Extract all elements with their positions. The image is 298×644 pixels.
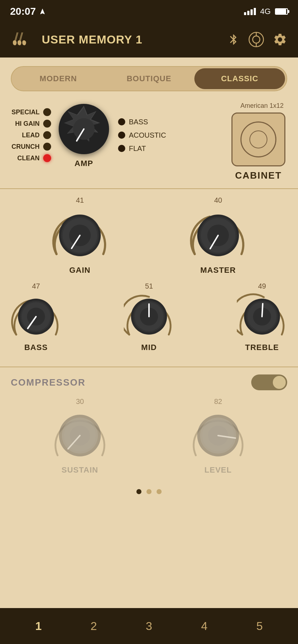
mid-knob[interactable] — [124, 293, 174, 340]
page-dot-1[interactable] — [136, 489, 141, 494]
sustain-knob-wrapper: 30 SUSTAIN — [51, 397, 109, 475]
master-knob-arc — [188, 207, 249, 263]
treble-knob-wrapper: 49 TREBLE — [237, 282, 287, 352]
gain-knob-arc — [49, 207, 110, 263]
channel-higain-dot — [43, 120, 51, 128]
mid-label: MID — [141, 343, 157, 352]
bass-value: 47 — [32, 282, 40, 290]
channel-lead[interactable]: LEAD — [11, 131, 51, 139]
tab-boutique[interactable]: BOUTIQUE — [104, 68, 194, 89]
status-right: 4G — [244, 7, 288, 16]
channel-crunch[interactable]: CRUNCH — [11, 143, 51, 151]
status-bar: 20:07 4G — [0, 0, 298, 22]
channel-crunch-label: CRUNCH — [11, 143, 40, 151]
main-content: MODERN BOUTIQUE CLASSIC SPECIAL HI GAIN … — [0, 66, 298, 537]
bass-label: BASS — [24, 343, 48, 352]
cabinet-section: American 1x12 CABINET — [230, 102, 287, 181]
tone-selectors: BASS ACOUSTIC FLAT — [118, 118, 166, 153]
amp-section: SPECIAL HI GAIN LEAD CRUNCH CLEAN — [11, 102, 222, 168]
tone-bass-label: BASS — [129, 118, 148, 126]
profile-icon[interactable] — [248, 32, 264, 47]
channel-special[interactable]: SPECIAL — [11, 108, 51, 116]
cabinet-subtitle: American 1x12 — [240, 102, 284, 110]
sustain-knob[interactable] — [51, 409, 109, 463]
master-knob[interactable] — [188, 207, 249, 261]
header-title: USER MEMORY 1 — [42, 33, 143, 46]
tone-acoustic-dot — [118, 132, 125, 139]
master-knob-wrapper: 40 MASTER — [188, 196, 249, 275]
channel-lead-label: LEAD — [11, 132, 40, 139]
cabinet-box[interactable] — [231, 112, 285, 166]
compressor-header: COMPRESSOR — [11, 374, 287, 390]
level-knob[interactable] — [189, 409, 247, 463]
compressor-section: COMPRESSOR 30 SUSTAIN 82 — [0, 367, 298, 482]
settings-icon[interactable] — [273, 32, 287, 47]
cabinet-label: CABINET — [235, 170, 282, 181]
nav-4[interactable]: 4 — [194, 620, 215, 633]
cabinet-inner — [249, 130, 267, 148]
treble-value: 49 — [258, 282, 266, 290]
nav-1[interactable]: 1 — [28, 620, 49, 633]
channel-clean-dot — [43, 154, 51, 162]
master-value: 40 — [214, 196, 222, 204]
sustain-value: 30 — [76, 397, 84, 406]
page-indicators — [0, 482, 298, 498]
bass-knob[interactable] — [11, 293, 61, 340]
compressor-knobs: 30 SUSTAIN 82 — [11, 397, 287, 475]
tone-acoustic-label: ACOUSTIC — [129, 131, 166, 139]
time-display: 20:07 — [10, 6, 36, 17]
guitar-icon — [11, 27, 36, 52]
tab-modern[interactable]: MODERN — [13, 68, 104, 89]
level-label: LEVEL — [204, 465, 232, 475]
amp-channels: SPECIAL HI GAIN LEAD CRUNCH CLEAN — [11, 108, 51, 162]
level-value: 82 — [214, 397, 222, 406]
knobs-row-1: 41 — [11, 196, 287, 275]
signal-icon — [244, 8, 256, 15]
amp-knob[interactable] — [57, 102, 111, 156]
battery-icon — [275, 8, 288, 15]
channel-special-dot — [43, 108, 51, 116]
compressor-title: COMPRESSOR — [11, 377, 86, 388]
bass-knob-wrapper: 47 BASS — [11, 282, 61, 352]
gain-knob-wrapper: 41 — [49, 196, 110, 275]
compressor-toggle[interactable] — [251, 374, 287, 390]
network-label: 4G — [260, 7, 271, 16]
tone-flat-label: FLAT — [129, 144, 146, 153]
nav-3[interactable]: 3 — [138, 620, 160, 633]
master-label: MASTER — [200, 266, 236, 275]
gain-value: 41 — [76, 196, 84, 204]
svg-line-37 — [262, 304, 263, 317]
channel-higain[interactable]: HI GAIN — [11, 120, 51, 128]
channel-lead-dot — [43, 131, 51, 139]
knobs-row-2: 47 BASS 51 — [11, 282, 287, 352]
tone-acoustic[interactable]: ACOUSTIC — [118, 131, 166, 139]
mid-value: 51 — [145, 282, 153, 290]
channel-crunch-dot — [43, 143, 51, 151]
gain-knob[interactable] — [49, 207, 110, 261]
bottom-nav: 1 2 3 4 5 — [0, 608, 298, 644]
page-dot-2[interactable] — [146, 489, 152, 494]
cabinet-speaker — [240, 121, 276, 157]
channel-clean[interactable]: CLEAN — [11, 154, 51, 162]
status-time: 20:07 — [10, 6, 46, 17]
nav-2[interactable]: 2 — [83, 620, 104, 633]
mid-knob-wrapper: 51 MID — [124, 282, 174, 352]
tone-bass[interactable]: BASS — [118, 118, 166, 126]
channel-higain-label: HI GAIN — [11, 120, 40, 128]
channel-clean-label: CLEAN — [11, 155, 40, 162]
location-icon — [39, 8, 46, 15]
treble-knob[interactable] — [237, 293, 287, 340]
tab-selector: MODERN BOUTIQUE CLASSIC — [11, 66, 287, 91]
channel-special-label: SPECIAL — [11, 109, 40, 116]
amp-cabinet-section: SPECIAL HI GAIN LEAD CRUNCH CLEAN — [0, 98, 298, 188]
nav-5[interactable]: 5 — [249, 620, 270, 633]
bluetooth-icon[interactable] — [227, 33, 240, 46]
header: USER MEMORY 1 — [0, 22, 298, 58]
header-left: USER MEMORY 1 — [11, 27, 143, 52]
sustain-label: SUSTAIN — [62, 465, 98, 475]
page-dot-3[interactable] — [157, 489, 162, 494]
tone-bass-dot — [118, 118, 125, 125]
toggle-thumb — [273, 376, 286, 389]
tab-classic[interactable]: CLASSIC — [194, 68, 285, 89]
tone-flat[interactable]: FLAT — [118, 144, 166, 153]
